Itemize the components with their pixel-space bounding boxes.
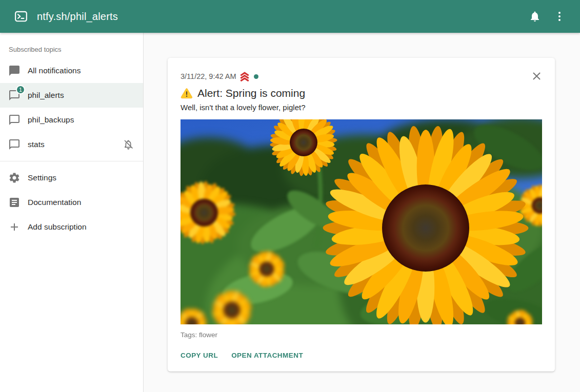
app-bar: ntfy.sh/phil_alerts xyxy=(0,0,580,33)
sidebar-item-label: phil_backups xyxy=(28,115,74,125)
sidebar-item-label: stats xyxy=(28,140,45,149)
notification-timestamp: 3/11/22, 9:42 AM xyxy=(181,72,236,80)
warning-triangle-icon xyxy=(181,87,193,99)
sidebar-item-label: All notifications xyxy=(28,66,81,75)
terminal-logo-icon xyxy=(14,10,28,23)
sidebar-item-label: Settings xyxy=(28,173,56,182)
triple-chevron-up-icon xyxy=(239,71,250,82)
chat-bubble-outline-icon xyxy=(8,138,21,151)
notifications-bell-button[interactable] xyxy=(523,4,547,29)
copy-url-button[interactable]: COPY URL xyxy=(181,350,218,360)
overflow-menu-button[interactable] xyxy=(547,4,572,29)
sidebar-item-all-notifications[interactable]: All notifications xyxy=(0,58,143,83)
sidebar-item-phil-alerts[interactable]: 1 phil_alerts xyxy=(0,83,143,108)
gear-icon xyxy=(8,172,21,184)
unread-count-badge: 1 xyxy=(16,85,25,94)
sidebar-item-stats[interactable]: stats xyxy=(0,132,143,157)
sidebar-item-add-subscription[interactable]: Add subscription xyxy=(0,215,143,239)
close-icon xyxy=(530,76,543,84)
attachment-image-sunflowers[interactable] xyxy=(181,119,542,324)
sidebar-item-settings[interactable]: Settings xyxy=(0,166,143,190)
dots-vertical-menu-icon xyxy=(553,10,566,23)
notification-title: Alert: Spring is coming xyxy=(197,87,305,99)
bell-off-icon xyxy=(123,138,135,151)
bell-icon xyxy=(529,10,541,23)
notification-body: Well, isn't that a lovely flower, piglet… xyxy=(181,103,542,112)
notification-card: 3/11/22, 9:42 AM xyxy=(168,58,555,372)
sidebar-divider xyxy=(0,161,143,161)
sidebar-item-label: Documentation xyxy=(28,198,81,207)
sidebar-item-label: Add subscription xyxy=(28,222,87,232)
article-icon xyxy=(8,196,21,209)
close-notification-button[interactable] xyxy=(530,70,543,83)
main-content: 3/11/22, 9:42 AM xyxy=(144,33,580,392)
plus-icon xyxy=(8,221,21,233)
notification-actions: COPY URL OPEN ATTACHMENT xyxy=(181,350,542,360)
app-title: ntfy.sh/phil_alerts xyxy=(37,11,118,23)
chat-bubble-outline-icon: 1 xyxy=(8,89,21,101)
sidebar: Subscribed topics All notifications 1 ph… xyxy=(0,33,144,392)
chat-bubble-filled-icon xyxy=(8,65,21,77)
notification-title-row: Alert: Spring is coming xyxy=(181,87,542,99)
green-dot xyxy=(254,74,258,79)
notification-meta-row: 3/11/22, 9:42 AM xyxy=(181,71,542,82)
subscribed-topics-label: Subscribed topics xyxy=(0,33,143,58)
sidebar-item-phil-backups[interactable]: phil_backups xyxy=(0,108,143,132)
sidebar-item-documentation[interactable]: Documentation xyxy=(0,190,143,215)
chat-bubble-outline-icon xyxy=(8,114,21,126)
tags-label: Tags: flower xyxy=(181,331,542,339)
sidebar-item-label: phil_alerts xyxy=(28,91,64,100)
open-attachment-button[interactable]: OPEN ATTACHMENT xyxy=(231,350,303,360)
